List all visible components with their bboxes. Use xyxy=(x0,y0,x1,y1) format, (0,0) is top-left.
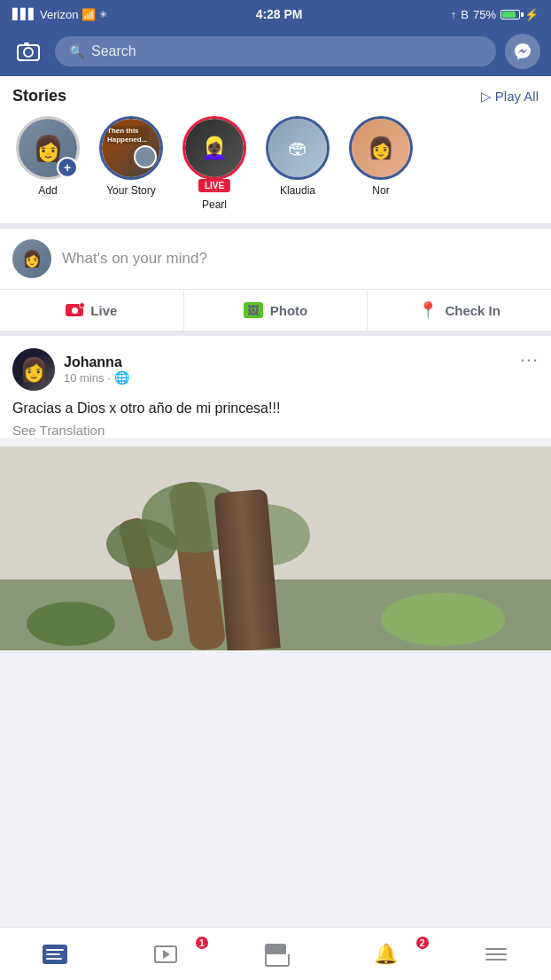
checkin-button[interactable]: 📍 Check In xyxy=(368,290,551,331)
live-icon xyxy=(66,304,83,316)
bell-icon: 🔔 xyxy=(374,943,398,966)
see-translation-link[interactable]: See Translation xyxy=(12,423,539,438)
nor-avatar: 👩 xyxy=(352,119,410,177)
location-icon: ↑ xyxy=(451,8,457,21)
post-text: Gracias a Dios x otro año de mi princesa… xyxy=(12,398,539,419)
menu-icon xyxy=(485,948,507,961)
add-story-button[interactable]: + xyxy=(57,157,78,178)
add-avatar-wrap: 👩 + xyxy=(16,116,80,180)
nav-notifications[interactable]: 🔔 2 xyxy=(330,928,440,980)
home-icon xyxy=(43,945,67,964)
notification-badge: 2 xyxy=(415,935,431,951)
post-header: Johanna 10 mins · 🌐 ··· xyxy=(12,348,539,391)
nav-home[interactable] xyxy=(0,928,110,980)
stories-title: Stories xyxy=(12,87,66,105)
more-button[interactable]: ··· xyxy=(520,348,539,371)
battery-percent: 75% xyxy=(473,8,496,21)
bottom-nav: 1 🔔 2 xyxy=(0,927,551,980)
nature-svg xyxy=(0,447,551,650)
johanna-avatar-img xyxy=(12,348,55,391)
svg-point-12 xyxy=(381,593,505,646)
wifi-icon: 📶 xyxy=(81,8,96,21)
post-user-info: Johanna 10 mins · 🌐 xyxy=(12,348,129,391)
photo-label: Photo xyxy=(270,303,308,318)
watch-icon xyxy=(154,945,177,963)
bluetooth-icon: B xyxy=(461,8,469,21)
checkin-label: Check In xyxy=(445,303,501,318)
photo-icon: 🖼 xyxy=(244,302,263,318)
live-icon-wrap xyxy=(66,304,83,316)
post-card: Johanna 10 mins · 🌐 ··· Gracias a Dios x… xyxy=(0,336,551,438)
klaudia-wrap: 🏟 xyxy=(266,116,330,180)
live-badge: LIVE xyxy=(198,179,230,192)
messenger-button[interactable] xyxy=(505,34,540,69)
nor-circle: 👩 xyxy=(349,116,413,180)
signal-icon: ▋▋▋ xyxy=(12,8,36,20)
svg-rect-2 xyxy=(24,43,29,45)
your-story-label: Your Story xyxy=(106,184,156,197)
story-klaudia[interactable]: 🏟 Klaudia xyxy=(262,116,333,211)
johanna-avatar[interactable] xyxy=(12,348,55,391)
play-icon: ▷ xyxy=(481,89,492,105)
marketplace-icon xyxy=(265,944,286,965)
nav-menu[interactable] xyxy=(441,928,551,980)
dot-separator: · xyxy=(108,371,112,385)
globe-icon: 🌐 xyxy=(114,370,129,385)
play-all-button[interactable]: ▷ Play All xyxy=(481,89,539,105)
nor-label: Nor xyxy=(372,184,389,197)
story-nor[interactable]: 👩 Nor xyxy=(345,116,416,211)
activity-icon: ✳ xyxy=(99,9,107,20)
post-placeholder[interactable]: What's on your mind? xyxy=(62,250,207,268)
app-header: 🔍 Search xyxy=(0,27,551,76)
post-username[interactable]: Johanna xyxy=(64,354,129,370)
post-avatar: 👩 xyxy=(12,239,51,278)
pearl-circle: 👱🏿‍♀️ xyxy=(182,116,246,180)
live-label: Live xyxy=(90,303,117,318)
play-all-label: Play All xyxy=(495,89,539,104)
post-image xyxy=(0,447,551,650)
post-image-content xyxy=(0,447,551,650)
status-time: 4:28 PM xyxy=(256,7,303,21)
story-text-overlay: Then thisHappened... xyxy=(105,126,149,144)
story-pearl[interactable]: 👱🏿‍♀️ LIVE Pearl xyxy=(179,116,250,211)
camera-button[interactable] xyxy=(11,34,46,69)
watch-badge: 1 xyxy=(194,935,210,951)
pearl-wrap: 👱🏿‍♀️ LIVE xyxy=(182,116,246,187)
live-button[interactable]: Live xyxy=(0,290,184,331)
add-label: Add xyxy=(38,184,57,197)
action-bar: Live 🖼 Photo 📍 Check In xyxy=(0,290,551,336)
pearl-label: Pearl xyxy=(202,198,227,211)
nav-watch[interactable]: 1 xyxy=(110,928,220,980)
stories-header: Stories ▷ Play All xyxy=(12,87,539,105)
story-add[interactable]: 👩 + Add xyxy=(12,116,83,211)
your-story-inner: Then thisHappened... xyxy=(102,119,160,177)
your-story-wrap: Then thisHappened... xyxy=(99,116,163,180)
status-carrier: ▋▋▋ Verizon 📶 ✳ xyxy=(12,8,107,21)
svg-point-10 xyxy=(106,519,177,569)
klaudia-avatar: 🏟 xyxy=(268,119,327,177)
stories-row: 👩 + Add Then thisHappened... Your Story xyxy=(12,116,539,216)
svg-point-11 xyxy=(27,602,115,646)
story-your-story[interactable]: Then thisHappened... Your Story xyxy=(96,116,167,211)
klaudia-label: Klaudia xyxy=(280,184,315,197)
photo-button[interactable]: 🖼 Photo xyxy=(184,290,369,331)
play-triangle xyxy=(163,950,170,959)
nor-wrap: 👩 xyxy=(349,116,413,180)
battery-icon xyxy=(501,10,520,19)
post-time: 10 mins xyxy=(64,371,105,385)
search-bar[interactable]: 🔍 Search xyxy=(55,36,496,66)
carrier-name: Verizon xyxy=(40,8,78,21)
status-bar: ▋▋▋ Verizon 📶 ✳ 4:28 PM ↑ B 75% ⚡ xyxy=(0,0,551,27)
checkin-icon: 📍 xyxy=(418,300,438,320)
post-user-meta: Johanna 10 mins · 🌐 xyxy=(64,354,129,385)
post-box: 👩 What's on your mind? xyxy=(0,229,551,290)
nav-marketplace[interactable] xyxy=(221,928,330,980)
svg-rect-6 xyxy=(224,499,268,642)
story-sub-avatar xyxy=(134,145,157,168)
stories-section: Stories ▷ Play All 👩 + Add Then thisHapp… xyxy=(0,76,551,229)
svg-point-9 xyxy=(221,504,310,566)
search-placeholder: Search xyxy=(91,43,136,59)
svg-point-1 xyxy=(24,48,33,57)
klaudia-circle: 🏟 xyxy=(266,116,330,180)
your-story-circle: Then thisHappened... xyxy=(99,116,163,180)
